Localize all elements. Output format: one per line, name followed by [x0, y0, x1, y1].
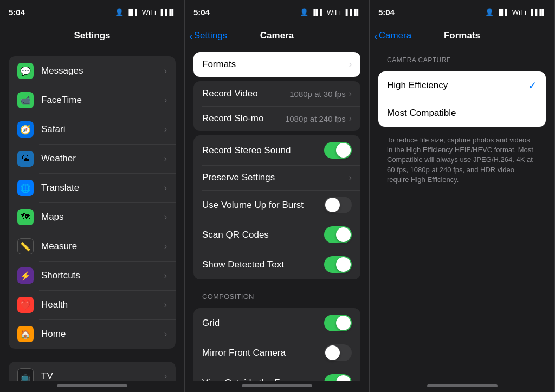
home-bar-1: [57, 384, 127, 387]
sidebar-item-maps[interactable]: 🗺 Maps ›: [9, 202, 176, 232]
facetime-chevron: ›: [164, 95, 167, 105]
facetime-label: FaceTime: [41, 95, 164, 106]
status-bar-2: 5:04 👤 ▐▌▌ WiFi ▐▐▐▌: [185, 0, 369, 24]
stereo-label: Record Stereo Sound: [202, 145, 324, 156]
translate-icon: 🌐: [17, 180, 34, 196]
high-efficiency-label: High Efficiency: [387, 80, 528, 91]
battery-icon-2: ▐▐▐▌: [344, 9, 360, 15]
messages-chevron: ›: [164, 66, 167, 76]
sidebar-item-safari[interactable]: 🧭 Safari ›: [9, 115, 176, 144]
camera-scroll[interactable]: Formats › Record Video 1080p at 30 fps ›…: [185, 48, 369, 381]
shortcuts-icon: ⚡: [17, 267, 34, 284]
tv-label: TV: [41, 371, 164, 381]
record-video-chevron: ›: [349, 89, 352, 99]
sidebar-item-weather[interactable]: 🌤 Weather ›: [9, 144, 176, 173]
home-bar-3: [427, 384, 498, 387]
stereo-toggle[interactable]: [324, 142, 352, 159]
divider-space-1: [0, 353, 184, 357]
camera-panel: 5:04 👤 ▐▌▌ WiFi ▐▐▐▌ ‹ Settings Camera F…: [185, 0, 370, 392]
status-time-1: 5:04: [9, 8, 25, 17]
maps-label: Maps: [41, 212, 164, 223]
sidebar-item-home[interactable]: 🏠 Home ›: [9, 319, 176, 349]
text-detection-label: Show Detected Text: [202, 259, 324, 270]
record-slomo-row[interactable]: Record Slo-mo 1080p at 240 fps ›: [193, 106, 360, 131]
mirror-label: Mirror Front Camera: [202, 348, 324, 358]
composition-section-label: COMPOSITION: [185, 284, 369, 304]
settings-panel: 5:04 👤 ▐▌▌ WiFi ▐▐▐▌ Settings 💬 Messages…: [0, 0, 185, 392]
sidebar-item-facetime[interactable]: 📹 FaceTime ›: [9, 86, 176, 115]
safari-label: Safari: [41, 124, 164, 135]
signal-icon-2: ▐▌▌: [311, 9, 324, 15]
maps-chevron: ›: [164, 212, 167, 222]
volume-toggle[interactable]: [324, 197, 352, 213]
record-video-value: 1080p at 30 fps: [289, 89, 345, 99]
most-compatible-label: Most Compatible: [387, 108, 537, 119]
status-icons-3: 👤 ▐▌▌ WiFi ▐▐▐▌: [485, 8, 546, 16]
volume-row: Use Volume Up for Burst: [193, 190, 360, 220]
qr-row: Scan QR Codes: [193, 220, 360, 250]
weather-chevron: ›: [164, 154, 167, 164]
stereo-row: Record Stereo Sound: [193, 135, 360, 165]
text-detection-toggle[interactable]: [324, 256, 352, 273]
formats-description: To reduce file size, capture photos and …: [370, 131, 554, 193]
sidebar-item-health[interactable]: ❤️ Health ›: [9, 290, 176, 319]
formats-row[interactable]: Formats ›: [193, 52, 360, 77]
home-indicator-3: [370, 381, 554, 392]
translate-label: Translate: [41, 182, 164, 193]
maps-icon: 🗺: [17, 209, 34, 225]
formats-back-label: Camera: [379, 30, 411, 41]
sidebar-item-tv[interactable]: 📺 TV ›: [9, 362, 176, 381]
battery-icon-3: ▐▐▐▌: [529, 9, 546, 15]
outside-toggle[interactable]: [324, 374, 352, 381]
formats-scroll[interactable]: CAMERA CAPTURE High Efficiency ✓ Most Co…: [370, 48, 554, 381]
record-slomo-chevron: ›: [349, 114, 352, 123]
record-video-row[interactable]: Record Video 1080p at 30 fps ›: [193, 81, 360, 106]
sidebar-item-shortcuts[interactable]: ⚡ Shortcuts ›: [9, 261, 176, 290]
home-chevron: ›: [164, 329, 167, 339]
qr-toggle[interactable]: [324, 226, 352, 243]
camera-capture-label: CAMERA CAPTURE: [370, 48, 554, 67]
outside-label: View Outside the Frame: [202, 377, 324, 382]
sidebar-item-translate[interactable]: 🌐 Translate ›: [9, 173, 176, 202]
tv-chevron: ›: [164, 371, 167, 381]
camera-back-button[interactable]: ‹ Settings: [189, 30, 227, 41]
messages-icon: 💬: [17, 63, 34, 79]
mirror-toggle[interactable]: [324, 344, 352, 361]
health-label: Health: [41, 299, 164, 310]
record-slomo-value: 1080p at 240 fps: [285, 114, 346, 123]
camera-nav-bar: ‹ Settings Camera: [185, 24, 369, 48]
formats-back-button[interactable]: ‹ Camera: [374, 30, 411, 41]
settings-group-1: 💬 Messages › 📹 FaceTime › 🧭 Safari › 🌤 W…: [9, 56, 176, 349]
sidebar-item-messages[interactable]: 💬 Messages ›: [9, 56, 176, 86]
preserve-row[interactable]: Preserve Settings ›: [193, 165, 360, 190]
health-icon: ❤️: [17, 297, 34, 313]
status-icons-1: 👤 ▐▌▌ WiFi ▐▐▐▌: [115, 8, 176, 16]
status-time-2: 5:04: [193, 8, 210, 17]
formats-label: Formats: [202, 59, 349, 70]
camera-nav-title: Camera: [260, 30, 294, 41]
formats-chevron-icon: ›: [349, 60, 352, 69]
weather-label: Weather: [41, 153, 164, 164]
format-options-card: High Efficiency ✓ Most Compatible: [378, 71, 546, 127]
composition-card: Grid Mirror Front Camera View Outside th…: [193, 308, 360, 381]
settings-title: Settings: [74, 30, 110, 41]
toggle-card-1: Record Stereo Sound Preserve Settings › …: [193, 135, 360, 279]
home-bar-2: [242, 384, 312, 387]
high-efficiency-checkmark: ✓: [528, 79, 537, 92]
home-label: Home: [41, 329, 164, 339]
wifi-icon: WiFi: [142, 8, 156, 16]
qr-label: Scan QR Codes: [202, 230, 324, 240]
high-efficiency-row[interactable]: High Efficiency ✓: [378, 71, 546, 100]
sidebar-item-measure[interactable]: 📏 Measure ›: [9, 232, 176, 261]
wifi-icon-3: WiFi: [512, 8, 526, 16]
grid-toggle[interactable]: [324, 315, 352, 331]
health-chevron: ›: [164, 300, 167, 310]
formats-nav-title: Formats: [444, 30, 480, 41]
formats-panel: 5:04 👤 ▐▌▌ WiFi ▐▐▐▌ ‹ Camera Formats CA…: [370, 0, 555, 392]
back-label: Settings: [194, 30, 227, 41]
settings-scroll[interactable]: 💬 Messages › 📹 FaceTime › 🧭 Safari › 🌤 W…: [0, 48, 184, 381]
formats-nav-bar: ‹ Camera Formats: [370, 24, 554, 48]
status-bar-1: 5:04 👤 ▐▌▌ WiFi ▐▐▐▌: [0, 0, 184, 24]
video-card: Record Video 1080p at 30 fps › Record Sl…: [193, 81, 360, 131]
most-compatible-row[interactable]: Most Compatible: [378, 100, 546, 127]
